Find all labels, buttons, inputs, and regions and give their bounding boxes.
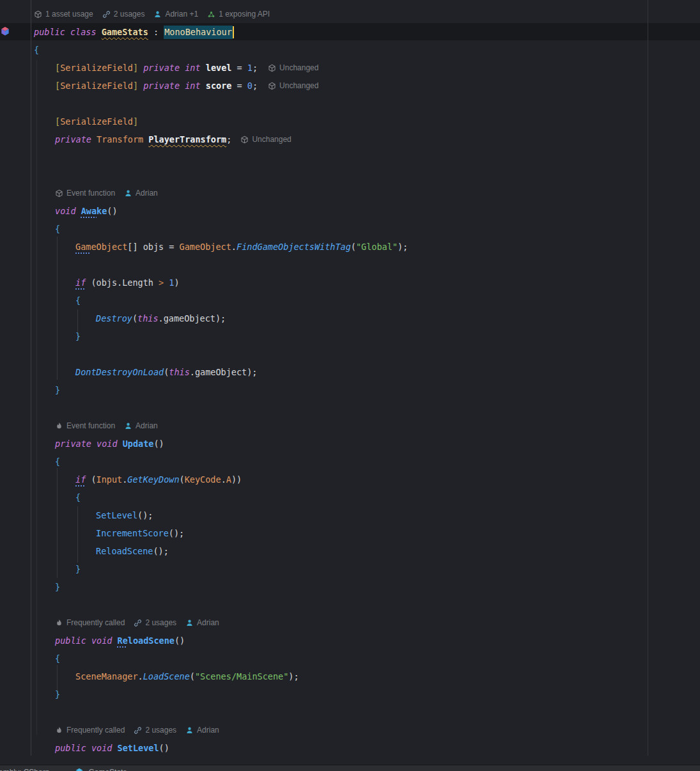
code-token: Adrian [136, 421, 158, 430]
code-token: 0 [247, 81, 253, 91]
api-icon [207, 10, 215, 19]
flame-icon [55, 422, 63, 430]
code-line[interactable]: { [0, 41, 700, 59]
code-line[interactable]: } [0, 560, 700, 578]
code-line[interactable]: 1 asset usage 2 usages Adrian +1 1 expos… [0, 5, 700, 23]
code-token: (); [169, 528, 184, 538]
code-token: ( [190, 671, 195, 681]
code-token: = [231, 63, 247, 73]
code-line[interactable]: { [0, 453, 700, 471]
code-line[interactable]: void Awake() [0, 202, 700, 220]
code-line[interactable]: Destroy(this.gameObject); [0, 309, 700, 327]
code-token: if [75, 277, 86, 288]
code-token: [ [55, 116, 60, 127]
code-line[interactable] [0, 703, 700, 721]
link-icon [134, 619, 142, 627]
code-token: } [55, 582, 60, 592]
code-token: = [231, 81, 247, 91]
code-line[interactable]: Frequently called 2 usages Adrian [0, 721, 700, 739]
code-token: ke [97, 206, 107, 216]
code-line[interactable] [0, 345, 700, 363]
code-token: . [122, 474, 127, 485]
code-token: } [75, 564, 81, 574]
code-token: MonoBehaviour [164, 26, 233, 39]
unity-icon [240, 136, 249, 144]
code-token: [ [55, 81, 60, 91]
code-line[interactable]: if (Input.GetKeyDown(KeyCode.A)) [0, 471, 700, 488]
code-line[interactable]: private Transform PlayerTransform; Uncha… [0, 130, 700, 148]
code-token: ReloadScene [96, 546, 153, 556]
code-token: Awa [81, 206, 97, 216]
code-line[interactable]: [SerializeField] private int level = 1; … [0, 59, 700, 77]
code-line[interactable]: } [0, 685, 700, 703]
code-token: ( [164, 367, 169, 377]
code-token: public class [34, 27, 102, 37]
code-token: FindGameObjectsWithTag [237, 242, 351, 252]
code-token: Adrian +1 [165, 10, 198, 19]
code-token: 1 exposing API [219, 10, 270, 19]
code-line[interactable]: [SerializeField] private int score = 0; … [0, 77, 700, 95]
code-token: loadScene [128, 635, 175, 646]
code-line[interactable]: public class GameStats : MonoBehaviour [0, 23, 700, 41]
code-line[interactable]: { [0, 292, 700, 309]
code-token: Frequently called [66, 726, 125, 735]
code-token: void [55, 206, 81, 216]
code-token: ( [351, 242, 356, 252]
code-token: } [55, 385, 60, 395]
code-line[interactable] [0, 256, 700, 274]
code-line[interactable]: ReloadScene(); [0, 542, 700, 560]
code-line[interactable]: Event function Adrian [0, 184, 700, 202]
code-lines[interactable]: 1 asset usage 2 usages Adrian +1 1 expos… [0, 5, 700, 757]
code-token: Unchanged [279, 81, 318, 90]
code-line[interactable]: Event function Adrian [0, 417, 700, 435]
code-token: Gam [75, 242, 91, 252]
code-token: SceneManager [75, 671, 138, 681]
breadcrumb-assembly[interactable]: Assembly: CSharp [0, 765, 49, 771]
person-icon [124, 422, 132, 430]
code-token: SetLevel [96, 510, 137, 520]
code-token: private int [143, 63, 206, 73]
unity-cube-icon [75, 768, 84, 771]
code-token: () [159, 743, 169, 753]
breadcrumb-class[interactable]: GameStats [75, 765, 127, 771]
code-token: } [75, 331, 81, 341]
code-line[interactable]: { [0, 488, 700, 506]
code-line[interactable] [0, 148, 700, 166]
code-line[interactable] [0, 399, 700, 417]
code-line[interactable]: private void Update() [0, 435, 700, 453]
code-token: } [55, 689, 60, 699]
code-token: > [159, 277, 164, 288]
code-line[interactable]: Frequently called 2 usages Adrian [0, 614, 700, 632]
code-line[interactable] [0, 596, 700, 614]
code-line[interactable]: SceneManager.LoadScene("Scenes/MainScene… [0, 667, 700, 685]
code-line[interactable] [0, 95, 700, 113]
code-token: public void [55, 635, 118, 646]
code-token: Event function [66, 421, 115, 430]
code-line[interactable]: public void ReloadScene() [0, 632, 700, 650]
code-token: 2 usages [145, 618, 176, 627]
code-token: .gameObject); [159, 313, 226, 323]
code-token: Update [123, 439, 154, 449]
code-line[interactable]: GameObject[] objs = GameObject.FindGameO… [0, 238, 700, 256]
code-token: ( [132, 313, 137, 323]
code-line[interactable]: } [0, 578, 700, 596]
unity-icon [268, 64, 276, 72]
code-line[interactable]: public void SetLevel() [0, 739, 700, 757]
code-line[interactable]: if (objs.Length > 1) [0, 274, 700, 292]
code-token: ; [253, 63, 258, 73]
code-token: SerializeField [60, 63, 133, 73]
code-line[interactable]: [SerializeField] [0, 113, 700, 130]
code-token: Frequently called [66, 618, 125, 627]
code-line[interactable]: } [0, 327, 700, 345]
code-line[interactable]: DontDestroyOnLoad(this.gameObject); [0, 363, 700, 381]
code-token: Adrian [197, 726, 219, 735]
code-line[interactable]: } [0, 381, 700, 399]
code-line[interactable]: { [0, 220, 700, 238]
code-token: this [169, 367, 190, 377]
code-line[interactable]: { [0, 650, 700, 667]
code-line[interactable]: IncrementScore(); [0, 524, 700, 542]
code-line[interactable] [0, 166, 700, 184]
code-token: ; [226, 134, 231, 144]
code-token: ( [86, 474, 96, 485]
code-line[interactable]: SetLevel(); [0, 506, 700, 524]
